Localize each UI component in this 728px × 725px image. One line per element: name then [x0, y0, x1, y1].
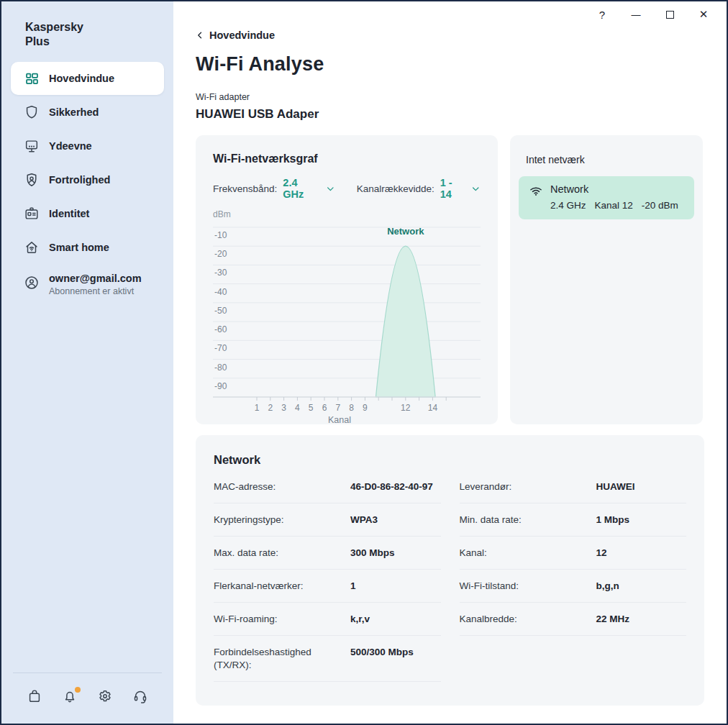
network-signal: -20 dBm	[642, 200, 678, 211]
network-band: 2.4 GHz	[550, 200, 586, 211]
account-status: Abonnement er aktivt	[49, 286, 142, 296]
wifi-spectrum-chart: -10-20-30-40-50-60-70-80-90Network123456…	[213, 223, 481, 430]
svg-text:6: 6	[322, 403, 327, 413]
svg-text:-70: -70	[214, 343, 227, 353]
monitor-icon	[24, 138, 40, 154]
chevron-down-icon	[471, 184, 481, 193]
brand-logo: Kaspersky Plus	[1, 1, 173, 49]
detail-label: Kanalbredde:	[460, 613, 596, 626]
window-controls: ? — ✕	[595, 7, 711, 22]
details-column-right: Leverandør: HUAWEIMin. data rate: 1 Mbps…	[460, 470, 687, 682]
svg-text:2: 2	[268, 403, 273, 413]
detail-value: 300 Mbps	[350, 547, 395, 560]
detail-label: Krypteringstype:	[214, 514, 350, 526]
network-name: Network	[550, 183, 678, 195]
grid-icon	[24, 70, 40, 86]
detail-label: MAC-adresse:	[214, 480, 350, 493]
sidebar-footer-divider	[13, 672, 162, 673]
sidebar-item-sikkerhed[interactable]: Sikkerhed	[11, 96, 164, 129]
sidebar: Kaspersky Plus Hovedvindue Sikkerhed Yde…	[1, 1, 173, 724]
svg-text:12: 12	[401, 403, 411, 413]
network-list: Network 2.4 GHz Kanal 12 -20 dBm	[519, 176, 694, 219]
back-link[interactable]: Hovedvindue	[196, 29, 275, 41]
id-card-icon	[24, 206, 40, 222]
graph-filters: Frekvensbånd: 2.4 GHz Kanalrækkevidde: 1…	[213, 177, 481, 200]
close-button[interactable]: ✕	[696, 7, 711, 22]
network-channel: Kanal 12	[595, 200, 633, 211]
minimize-button[interactable]: —	[629, 7, 643, 22]
detail-row: Krypteringstype: WPA3	[214, 503, 441, 537]
square-outline-icon	[666, 11, 674, 19]
detail-row: MAC-adresse: 46-D0-86-82-40-97	[214, 470, 441, 503]
frequency-band-label: Frekvensbånd:	[213, 183, 277, 194]
detail-value: 22 MHz	[596, 613, 630, 626]
sidebar-nav: Hovedvindue Sikkerhed Ydeevne Fortroligh…	[1, 62, 173, 264]
detail-row: Wi-Fi-roaming: k,r,v	[214, 603, 441, 636]
adapter-name: HUAWEI USB Adaper	[196, 107, 703, 122]
sidebar-footer-icons	[26, 689, 149, 706]
svg-text:14: 14	[428, 403, 438, 413]
detail-label: Kanal:	[460, 547, 596, 560]
detail-label: Max. data rate:	[214, 547, 350, 560]
channel-range-label: Kanalrækkevidde:	[357, 183, 434, 194]
bag-icon	[27, 688, 42, 707]
detail-value: HUAWEI	[596, 480, 635, 493]
maximize-button[interactable]	[663, 7, 677, 22]
svg-text:-20: -20	[214, 249, 227, 259]
account-icon	[24, 275, 40, 291]
network-list-card: Intet netværk Network 2.4 GHz Kanal 12 -…	[510, 135, 703, 424]
detail-label: Wi-Fi-roaming:	[214, 613, 350, 626]
support-button[interactable]	[132, 689, 149, 706]
notifications-button[interactable]	[61, 689, 78, 706]
graph-card-title: Wi-Fi-netværksgraf	[213, 152, 481, 165]
sidebar-item-fortrolighed[interactable]: Fortrolighed	[11, 163, 164, 196]
store-button[interactable]	[26, 689, 43, 706]
sidebar-item-label: Ydeevne	[49, 140, 92, 152]
detail-row: Kanal: 12	[460, 537, 687, 570]
detail-row: Wi-Fi-tilstand: b,g,n	[460, 570, 687, 603]
sidebar-account[interactable]: owner@gmail.com Abonnement er aktivt	[11, 268, 164, 301]
shield-icon	[24, 104, 40, 120]
privacy-badge-icon	[24, 172, 40, 188]
back-label: Hovedvindue	[209, 29, 275, 41]
svg-text:-10: -10	[214, 230, 227, 240]
detail-value: WPA3	[350, 514, 378, 526]
sidebar-item-identitet[interactable]: Identitet	[11, 197, 164, 230]
svg-text:Kanal: Kanal	[328, 415, 351, 425]
detail-label: Flerkanal-netværker:	[214, 580, 350, 593]
page-title: Wi-Fi Analyse	[196, 53, 703, 76]
svg-text:-90: -90	[214, 381, 227, 391]
sidebar-item-smart-home[interactable]: Smart home	[11, 231, 164, 264]
detail-label: Wi-Fi-tilstand:	[460, 580, 596, 593]
svg-text:-60: -60	[214, 324, 227, 334]
brand-line2: Plus	[25, 35, 162, 49]
svg-text:7: 7	[335, 403, 340, 413]
detail-row: Min. data rate: 1 Mbps	[460, 503, 687, 537]
detail-row: Max. data rate: 300 Mbps	[214, 537, 441, 570]
help-button[interactable]: ?	[595, 7, 609, 22]
sidebar-item-hovedvindue[interactable]: Hovedvindue	[11, 62, 164, 95]
sidebar-item-ydeevne[interactable]: Ydeevne	[11, 129, 164, 163]
settings-button[interactable]	[96, 689, 114, 706]
detail-row: Leverandør: HUAWEI	[460, 470, 687, 503]
details-columns: MAC-adresse: 46-D0-86-82-40-97Kryptering…	[214, 470, 686, 682]
channel-range-dropdown[interactable]: Kanalrækkevidde: 1 - 14	[357, 177, 481, 200]
home-wifi-icon	[24, 240, 40, 255]
sidebar-item-label: Sikkerhed	[49, 106, 99, 118]
network-list-title: Intet netværk	[519, 154, 694, 165]
detail-row: Flerkanal-netværker: 1	[214, 570, 441, 603]
svg-text:Network: Network	[387, 226, 424, 237]
detail-value: 500/300 Mbps	[350, 646, 414, 659]
network-list-item[interactable]: Network 2.4 GHz Kanal 12 -20 dBm	[519, 176, 694, 219]
detail-value: 12	[596, 547, 607, 560]
notification-dot	[75, 687, 81, 693]
sidebar-item-label: Identitet	[49, 208, 89, 219]
frequency-band-dropdown[interactable]: Frekvensbånd: 2.4 GHz	[213, 177, 335, 200]
svg-text:8: 8	[349, 403, 354, 413]
frequency-band-value: 2.4 GHz	[283, 177, 320, 200]
details-column-left: MAC-adresse: 46-D0-86-82-40-97Kryptering…	[214, 470, 441, 682]
detail-value: 1	[350, 580, 356, 593]
detail-label: Leverandør:	[460, 480, 596, 493]
detail-value: 46-D0-86-82-40-97	[350, 480, 433, 493]
svg-text:-80: -80	[214, 362, 227, 373]
